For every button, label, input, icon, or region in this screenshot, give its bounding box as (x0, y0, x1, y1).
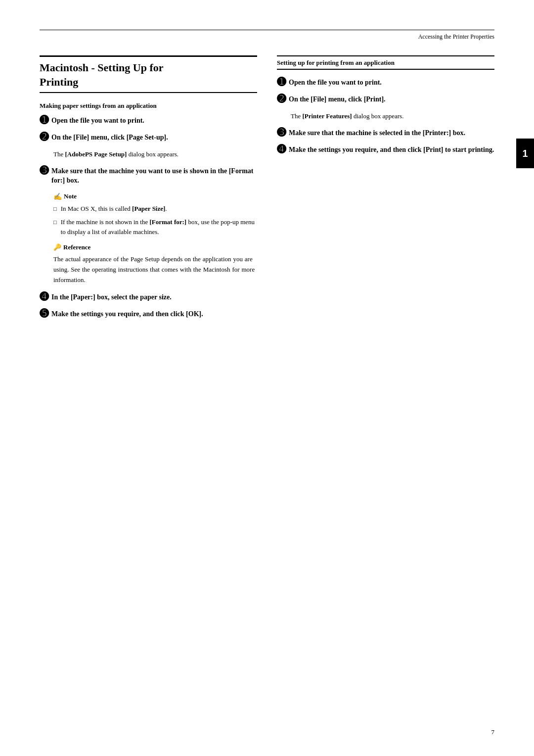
left-step-2-note: The [AdobePS Page Setup] dialog box appe… (53, 149, 257, 159)
note-label: Note (64, 192, 77, 200)
left-column: Macintosh - Setting Up for Printing Maki… (40, 55, 257, 326)
right-step-3: ➌ Make sure that the machine is se­lecte… (277, 128, 494, 138)
section-title: Macintosh - Setting Up for Printing (40, 61, 257, 89)
header-bar: Accessing the Printer Properties (40, 30, 494, 41)
left-step-2: ➋ On the [File] menu, click [Page Set-up… (40, 133, 257, 142)
reference-title: 🔑 Reference (53, 243, 257, 251)
note-item-2-text: If the machine is not shown in the [Form… (61, 217, 257, 236)
left-step-1: ➊ Open the file you want to print. (40, 116, 257, 126)
right-section-heading: Setting up for printing from an applicat… (277, 55, 494, 70)
reference-text: The actual appearance of the Page Setup … (53, 254, 257, 285)
left-step-5: ➎ Make the settings you require, and the… (40, 309, 257, 319)
step-5-number: ➎ (40, 308, 48, 319)
note-checkbox-2: □ (53, 218, 57, 227)
step-2-text: On the [File] menu, click [Page Set-up]. (51, 133, 168, 142)
right-column: Setting up for printing from an applicat… (277, 55, 494, 326)
step-2-number: ➋ (40, 132, 48, 142)
note-item-1-text: In Mac OS X, this is called [Paper Size]… (61, 204, 167, 214)
right-step-2-text: On the [File] menu, click [Print]. (289, 94, 386, 104)
right-step-4-number: ➍ (277, 144, 286, 155)
right-section-title: Setting up for printing from an applicat… (277, 59, 494, 67)
right-step-1: ➊ Open the file you want to print. (277, 78, 494, 88)
right-step-2: ➋ On the [File] menu, click [Print]. (277, 94, 494, 104)
right-step-4-text: Make the settings you require, and then … (289, 145, 494, 155)
left-step-4: ➍ In the [Paper:] box, select the pa­per… (40, 292, 257, 302)
right-step-3-number: ➌ (277, 127, 286, 138)
reference-label: Reference (63, 243, 90, 251)
right-step-1-number: ➊ (277, 77, 286, 88)
step-3-text: Make sure that the machine you want to u… (51, 166, 257, 186)
reference-section: 🔑 Reference The actual appearance of the… (53, 243, 257, 285)
note-checkbox-1: □ (53, 205, 57, 213)
note-section: ✍ Note □ In Mac OS X, this is called [Pa… (53, 192, 257, 237)
step-1-text: Open the file you want to print. (51, 116, 144, 126)
tab-number: 1 (522, 148, 528, 159)
page: 1 Accessing the Printer Properties Macin… (0, 0, 534, 756)
section-heading: Macintosh - Setting Up for Printing (40, 55, 257, 93)
right-step-4: ➍ Make the settings you require, and the… (277, 145, 494, 155)
step-4-number: ➍ (40, 291, 48, 302)
right-step-3-text: Make sure that the machine is se­lected … (289, 128, 465, 138)
step-4-text: In the [Paper:] box, select the pa­per s… (51, 292, 172, 302)
page-number: 7 (491, 728, 495, 736)
note-icon: ✍ (53, 192, 62, 201)
content-area: Macintosh - Setting Up for Printing Maki… (40, 55, 494, 326)
left-step-3: ➌ Make sure that the machine you want to… (40, 166, 257, 186)
note-title: ✍ Note (53, 192, 257, 201)
header-title: Accessing the Printer Properties (418, 33, 494, 41)
step-1-number: ➊ (40, 115, 48, 126)
note-item-2: □ If the machine is not shown in the [Fo… (53, 217, 257, 236)
note-item-1: □ In Mac OS X, this is called [Paper Siz… (53, 204, 257, 214)
step-5-text: Make the settings you require, and then … (51, 309, 203, 319)
right-step-2-number: ➋ (277, 94, 286, 104)
subsection-heading: Making paper settings from an applicatio… (40, 102, 257, 110)
key-icon: 🔑 (53, 243, 61, 251)
right-step-2-note: The [Printer Features] dialog box appear… (291, 111, 494, 121)
right-step-1-text: Open the file you want to print. (289, 78, 382, 88)
step-3-number: ➌ (40, 165, 48, 176)
tab-marker: 1 (516, 139, 534, 168)
